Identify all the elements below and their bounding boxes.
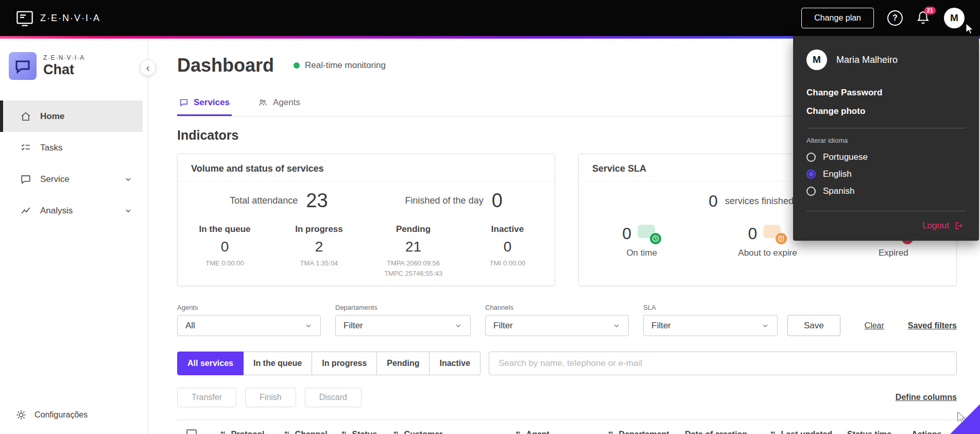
sort-icon: ⇅ <box>770 430 777 434</box>
summary-label: Finished of the day <box>405 195 484 206</box>
clear-filters-link[interactable]: Clear <box>865 321 884 330</box>
services-table-header: ⇅ Protocol ⇅ Channel ⇅ Status ⇅ Customer… <box>177 420 957 434</box>
sort-icon: ⇅ <box>341 430 348 434</box>
chevron-down-icon <box>454 322 462 330</box>
sort-icon: ⇅ <box>608 430 614 434</box>
column-header-status[interactable]: ⇅ Status <box>341 430 393 434</box>
column-header-customer[interactable]: ⇅ Customer <box>393 430 515 434</box>
service-status-tabs: All services In the queue In progress Pe… <box>177 352 480 375</box>
language-option-spanish[interactable]: Spanish <box>806 182 966 199</box>
language-option-portuguese[interactable]: Portuguese <box>806 148 966 165</box>
change-plan-button[interactable]: Change plan <box>801 8 874 28</box>
column-header-status-time: Status time <box>847 430 912 434</box>
radio-unselected-icon <box>806 187 816 196</box>
column-header-protocol[interactable]: ⇅ Protocol <box>220 430 284 434</box>
stat-pending: Pending 21 TMPA 2060:09:56 TMPC 25746:55… <box>366 224 460 279</box>
select-all-checkbox[interactable] <box>186 429 197 434</box>
chevron-down-icon <box>304 322 313 330</box>
notification-badge: 21 <box>924 7 936 14</box>
user-avatar-button[interactable]: M <box>944 8 965 28</box>
gear-icon <box>15 409 27 421</box>
chevron-down-icon <box>124 175 132 183</box>
filter-channels: Channels Filter <box>485 304 629 336</box>
sidebar-item-home[interactable]: Home <box>0 101 143 132</box>
sidebar-brand-product: Chat <box>43 62 85 78</box>
language-section-label: Alterar idioma <box>806 137 966 144</box>
sidebar-item-tasks[interactable]: Tasks <box>0 132 148 163</box>
tab-services[interactable]: Services <box>177 93 232 116</box>
chevron-down-icon <box>761 322 769 330</box>
green-status-dot <box>294 62 300 69</box>
stat-in-the-queue: In the queue 0 TME 0:00:00 <box>178 224 272 279</box>
sidebar-item-label: Service <box>40 174 70 185</box>
menu-divider <box>806 211 966 211</box>
transfer-button[interactable]: Transfer <box>177 388 236 407</box>
filter-sla: SLA Filter <box>643 304 778 336</box>
column-header-date-of-creation[interactable]: Date of creation <box>685 430 770 434</box>
status-tab-in-progress[interactable]: In progress <box>312 352 377 375</box>
sidebar-item-settings[interactable]: Configurações <box>0 399 148 434</box>
zenvia-logo-icon <box>15 9 34 27</box>
logout-button[interactable]: Logout <box>806 221 966 231</box>
tab-agents[interactable]: Agents <box>255 93 302 116</box>
help-button[interactable]: ? <box>887 10 903 26</box>
monitoring-label: Real-time monitoring <box>305 60 386 71</box>
status-tab-inactive[interactable]: Inactive <box>429 352 480 375</box>
logout-icon <box>954 221 964 230</box>
sla-select[interactable]: Filter <box>643 315 778 336</box>
define-columns-link[interactable]: Define columns <box>896 393 957 402</box>
column-header-channel[interactable]: ⇅ Channel <box>284 430 341 434</box>
summary-value: 0 <box>492 190 503 212</box>
language-option-english[interactable]: English <box>806 165 966 182</box>
total-attendance: Total attendance 23 <box>230 190 328 212</box>
page-title: Dashboard <box>177 55 274 76</box>
zenvia-chat-logo-icon <box>9 52 37 80</box>
change-password-item[interactable]: Change Password <box>806 88 966 98</box>
speech-bubble-icon <box>179 98 188 107</box>
notifications-button[interactable]: 21 <box>916 10 931 26</box>
status-tab-all-services[interactable]: All services <box>177 352 244 375</box>
sort-icon: ⇅ <box>515 430 522 434</box>
home-icon <box>20 111 31 122</box>
brand-wordmark: Z·E·N·V·I·A <box>40 13 100 24</box>
save-filter-button[interactable]: Save <box>787 315 840 336</box>
column-header-last-updated[interactable]: ⇅ Last updated <box>770 430 847 434</box>
filters-bar: Agents All Departaments Filter Channels … <box>177 304 957 336</box>
sort-icon: ⇅ <box>284 430 290 434</box>
menu-divider <box>806 128 966 128</box>
agents-select[interactable]: All <box>177 315 321 336</box>
sidebar-collapse-button[interactable]: ‹ <box>140 59 156 76</box>
change-photo-item[interactable]: Change photo <box>806 106 966 116</box>
chat-widget-corner[interactable] <box>950 404 980 434</box>
tasks-icon <box>20 142 31 154</box>
sla-stat-on-time: 0 On time <box>579 224 704 258</box>
volume-card: Volume and status of services Total atte… <box>177 154 555 286</box>
sidebar-item-analysis[interactable]: Analysis <box>0 195 148 226</box>
saved-filters-link[interactable]: Saved filters <box>908 321 957 330</box>
sidebar-nav: Home Tasks Service <box>0 101 148 226</box>
finish-button[interactable]: Finish <box>245 388 296 407</box>
tab-label: Agents <box>273 97 300 108</box>
status-tab-pending[interactable]: Pending <box>377 352 429 375</box>
departaments-select[interactable]: Filter <box>335 315 471 336</box>
chevron-down-icon <box>612 322 621 330</box>
line-chart-icon <box>20 205 31 216</box>
sidebar-item-label: Analysis <box>40 206 73 216</box>
filter-agents: Agents All <box>177 304 321 336</box>
people-icon <box>257 98 268 107</box>
zenvia-chat-logo: Z·E·N·V·I·A Chat <box>0 39 148 85</box>
sidebar-item-service[interactable]: Service <box>0 163 148 195</box>
radio-unselected-icon <box>806 153 816 162</box>
discard-button[interactable]: Discard <box>305 388 362 407</box>
tab-label: Services <box>194 97 230 108</box>
chat-bubble-icon <box>20 174 31 185</box>
search-input[interactable] <box>489 352 957 375</box>
sidebar: ‹ Z·E·N·V·I·A Chat Home <box>0 39 148 434</box>
summary-value: 23 <box>306 190 328 212</box>
column-header-departament[interactable]: ⇅ Departament <box>608 430 685 434</box>
chevron-down-icon <box>124 207 132 215</box>
sidebar-brand-wordmark: Z·E·N·V·I·A <box>43 54 85 61</box>
status-tab-in-the-queue[interactable]: In the queue <box>244 352 312 375</box>
channels-select[interactable]: Filter <box>485 315 629 336</box>
column-header-agent[interactable]: ⇅ Agent <box>515 430 608 434</box>
